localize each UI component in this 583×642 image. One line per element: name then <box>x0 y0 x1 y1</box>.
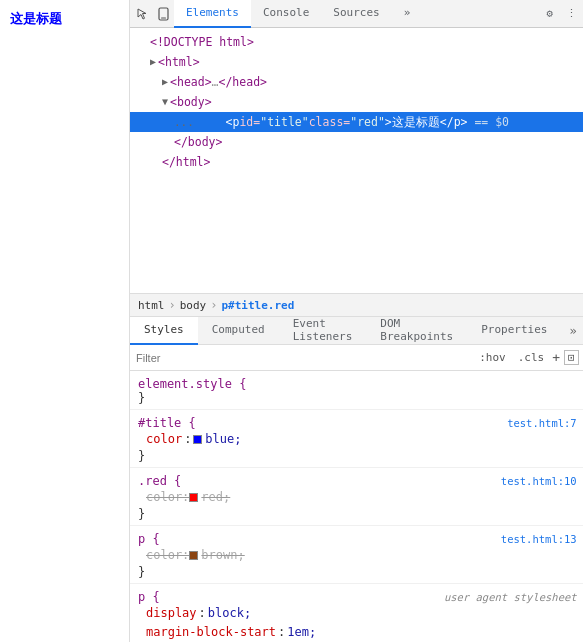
dom-close-html[interactable]: </html> <box>130 152 583 172</box>
dom-html[interactable]: ▶ <html> <box>130 52 583 72</box>
css-prop-color-red[interactable]: color: red; <box>146 488 569 507</box>
rule-source-p[interactable]: test.html:13 <box>501 533 577 545</box>
devtools-panel: Elements Console Sources » ⚙ ⋮ <!DOCTYPE… <box>130 0 583 642</box>
rule-p-ua: p { user agent stylesheet display: block… <box>130 588 583 642</box>
css-prop-color-blue[interactable]: color: blue; <box>146 430 569 449</box>
devtools-tabs: Elements Console Sources » <box>174 0 539 28</box>
breadcrumb-html[interactable]: html <box>138 299 165 312</box>
color-swatch-blue[interactable] <box>193 435 202 444</box>
rule-selector-p[interactable]: p { <box>138 532 160 546</box>
tab-dom-breakpoints[interactable]: DOM Breakpoints <box>366 317 467 345</box>
dom-tree[interactable]: <!DOCTYPE html> ▶ <html> ▶ <head>…</head… <box>130 28 583 293</box>
rule-source-title[interactable]: test.html:7 <box>507 417 577 429</box>
hov-button[interactable]: :hov <box>475 349 510 366</box>
filter-input[interactable] <box>136 352 471 364</box>
dom-p-selected[interactable]: ... <p id="title" class="red">这是标题</p> =… <box>130 112 583 132</box>
rule-body-ua: display: block; margin-block-start: 1em;… <box>130 604 583 642</box>
rule-body-p: color: brown; <box>130 546 583 565</box>
dom-body[interactable]: ▼ <body> <box>130 92 583 112</box>
css-prop-display[interactable]: display: block; <box>146 604 569 623</box>
style-tabs-more[interactable]: » <box>561 324 583 338</box>
tab-properties[interactable]: Properties <box>467 317 561 345</box>
css-prop-margin-block-start[interactable]: margin-block-start: 1em; <box>146 623 569 642</box>
cls-button[interactable]: .cls <box>514 349 549 366</box>
filter-bar: :hov .cls + ⊡ <box>130 345 583 371</box>
rule-selector-p-ua[interactable]: p { <box>138 590 160 604</box>
rule-source-red[interactable]: test.html:10 <box>501 475 577 487</box>
rule-body-red: color: red; <box>130 488 583 507</box>
color-swatch-brown[interactable] <box>189 551 198 560</box>
rule-element-style: element.style { } <box>130 375 583 410</box>
tab-computed[interactable]: Computed <box>198 317 279 345</box>
breadcrumb-body[interactable]: body <box>180 299 207 312</box>
rule-title-id: #title { test.html:7 color: blue; } <box>130 414 583 468</box>
toolbar-right-icons: ⚙ ⋮ <box>541 5 581 23</box>
rule-p-element: p { test.html:13 color: brown; } <box>130 530 583 584</box>
elements-panel: <!DOCTYPE html> ▶ <html> ▶ <head>…</head… <box>130 28 583 642</box>
mobile-icon[interactable] <box>154 5 172 23</box>
devtools-toolbar: Elements Console Sources » ⚙ ⋮ <box>130 0 583 28</box>
tab-sources[interactable]: Sources <box>321 0 391 28</box>
style-tabs: Styles Computed Event Listeners DOM Brea… <box>130 317 583 345</box>
add-style-button[interactable]: + <box>552 350 560 365</box>
layout-button[interactable]: ⊡ <box>564 350 579 365</box>
breadcrumb-p[interactable]: p#title.red <box>221 299 294 312</box>
tab-styles[interactable]: Styles <box>130 317 198 345</box>
tab-elements[interactable]: Elements <box>174 0 251 28</box>
breadcrumb: html › body › p#title.red <box>130 293 583 317</box>
rule-selector-red[interactable]: .red { <box>138 474 181 488</box>
cursor-icon[interactable] <box>134 5 152 23</box>
page-heading: 这是标题 <box>10 11 62 26</box>
browser-viewport: 这是标题 <box>0 0 130 642</box>
rule-red-class: .red { test.html:10 color: red; } <box>130 472 583 526</box>
rule-selector-element-style: element.style { <box>138 377 246 391</box>
tab-more[interactable]: » <box>392 0 423 28</box>
tab-console[interactable]: Console <box>251 0 321 28</box>
tab-event-listeners[interactable]: Event Listeners <box>279 317 367 345</box>
rule-selector-title[interactable]: #title { <box>138 416 196 430</box>
node-options-button[interactable]: ... <box>174 116 194 129</box>
dom-close-body[interactable]: </body> <box>130 132 583 152</box>
rule-body-title: color: blue; <box>130 430 583 449</box>
color-swatch-red[interactable] <box>189 493 198 502</box>
css-prop-color-brown[interactable]: color: brown; <box>146 546 569 565</box>
dom-head[interactable]: ▶ <head>…</head> <box>130 72 583 92</box>
styles-content: element.style { } #title { test.html:7 c… <box>130 371 583 642</box>
gear-icon[interactable]: ⚙ <box>541 5 559 23</box>
more-options-icon[interactable]: ⋮ <box>563 5 581 23</box>
dom-doctype[interactable]: <!DOCTYPE html> <box>130 32 583 52</box>
svg-rect-1 <box>161 17 166 18</box>
rule-source-ua: user agent stylesheet <box>444 591 577 603</box>
